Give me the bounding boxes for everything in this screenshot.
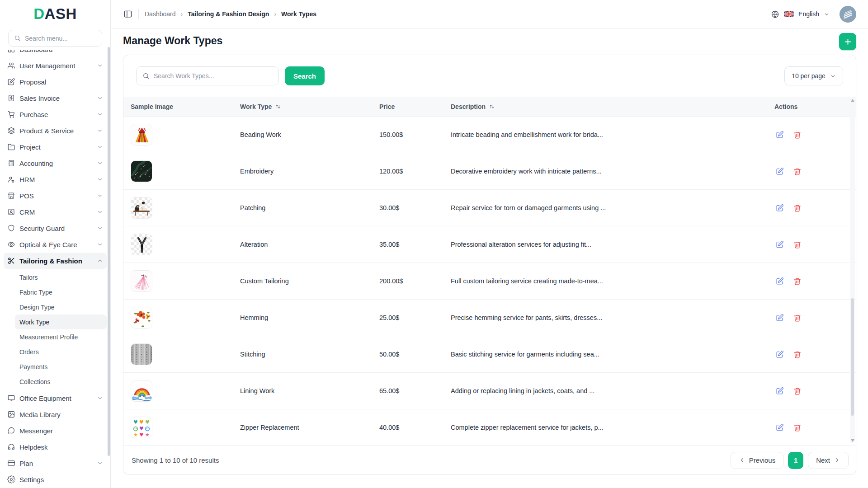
sidebar-item-label: Product & Service [19, 127, 93, 135]
sidebar-item-sales-invoice[interactable]: Sales Invoice [4, 90, 107, 106]
description-cell: Precise hemming service for pants, skirt… [451, 314, 761, 321]
header-work-type[interactable]: Work Type [240, 103, 379, 110]
next-button[interactable]: Next [808, 452, 849, 469]
search-button[interactable]: Search [285, 66, 325, 85]
edit-button[interactable] [774, 130, 785, 140]
sidebar-item-pos[interactable]: POS [4, 188, 107, 204]
description-cell: Basic stitching service for garments inc… [451, 351, 761, 358]
sidebar-item-accounting[interactable]: Accounting [4, 155, 107, 171]
delete-button[interactable] [792, 166, 802, 177]
work-type-cell: Custom Tailoring [240, 277, 379, 285]
main-area: Dashboard › Tailoring & Fashion Design ›… [111, 0, 868, 488]
submenu-item-tailors[interactable]: Tailors [15, 270, 107, 285]
table-scrollbar[interactable] [850, 98, 855, 443]
edit-button[interactable] [774, 422, 785, 433]
header-sample-image: Sample Image [131, 103, 240, 110]
work-type-search[interactable] [136, 66, 279, 85]
submenu-item-collections[interactable]: Collections [15, 374, 107, 389]
submenu-item-fabric-type[interactable]: Fabric Type [15, 285, 107, 300]
gear-icon [7, 475, 15, 483]
chevron-left-icon [739, 457, 745, 464]
work-type-cell: Alteration [240, 241, 379, 248]
globe-icon[interactable] [771, 10, 779, 19]
sidebar-item-label: POS [19, 192, 93, 200]
per-page-select[interactable]: 10 per page [784, 66, 843, 85]
edit-button[interactable] [774, 203, 785, 213]
sidebar-search[interactable] [8, 30, 102, 47]
delete-button[interactable] [792, 349, 802, 360]
delete-button[interactable] [792, 239, 802, 250]
edit-button[interactable] [774, 166, 785, 177]
sidebar-item-settings[interactable]: Settings [4, 471, 107, 486]
sidebar-item-user-management[interactable]: User Management [4, 57, 107, 74]
description-cell: Intricate beading and embellishment work… [451, 131, 761, 138]
description-cell: Complete zipper replacement service for … [451, 424, 761, 431]
sidebar-item-office-equipment[interactable]: Office Equipment [4, 390, 107, 406]
submenu-item-work-type[interactable]: Work Type [15, 314, 107, 329]
sidebar-item-label: Office Equipment [19, 394, 93, 402]
image-icon [7, 410, 15, 418]
eye-icon [7, 240, 15, 249]
uk-flag-icon[interactable] [784, 11, 794, 17]
sidebar-item-security-guard[interactable]: Security Guard [4, 220, 107, 236]
delete-button[interactable] [792, 313, 802, 323]
edit-button[interactable] [774, 313, 785, 323]
sidebar-item-proposal[interactable]: Proposal [4, 74, 107, 90]
results-summary: Showing 1 to 10 of 10 results [132, 456, 219, 464]
submenu-item-measurement-profile[interactable]: Measurement Profile [15, 329, 107, 344]
price-cell: 25.00$ [379, 314, 451, 321]
sidebar-item-crm[interactable]: CRM [4, 204, 107, 220]
chevron-down-icon[interactable] [824, 11, 830, 17]
breadcrumb-tailoring[interactable]: Tailoring & Fashion Design [188, 10, 269, 18]
edit-button[interactable] [774, 276, 785, 286]
work-type-cell: Lining Work [240, 387, 379, 394]
previous-button[interactable]: Previous [731, 452, 783, 469]
sidebar-item-helpdesk[interactable]: Helpdesk [4, 439, 107, 455]
edit-button[interactable] [774, 386, 785, 396]
sidebar-item-tailoring-fashion[interactable]: Tailoring & Fashion [4, 253, 107, 269]
brand-logo-rest: ASH [45, 5, 77, 23]
language-label[interactable]: English [798, 10, 819, 18]
sidebar-item-optical-eye-care[interactable]: Optical & Eye Care [4, 236, 107, 253]
delete-button[interactable] [792, 203, 802, 213]
add-work-type-button[interactable] [839, 33, 856, 50]
sidebar-item-project[interactable]: Project [4, 139, 107, 155]
description-cell: Decorative embroidery work with intricat… [451, 168, 761, 175]
scrollbar-thumb[interactable] [851, 298, 854, 416]
breadcrumb-dashboard[interactable]: Dashboard [145, 10, 176, 18]
sidebar-item-purchase[interactable]: Purchase [4, 106, 107, 122]
sidebar-menu: Dashboard User Management Proposal Sales… [0, 50, 110, 486]
header-description[interactable]: Description [451, 103, 761, 110]
delete-button[interactable] [792, 276, 802, 286]
submenu-item-orders[interactable]: Orders [15, 344, 107, 359]
avatar[interactable] [840, 6, 856, 23]
submenu-item-design-type[interactable]: Design Type [15, 300, 107, 314]
edit-button[interactable] [774, 239, 785, 250]
sidebar-scrollbar[interactable] [108, 47, 110, 456]
breadcrumb-separator: › [274, 10, 276, 18]
sidebar-item-messenger[interactable]: Messenger [4, 422, 107, 439]
sidebar-toggle-icon[interactable] [123, 9, 132, 19]
sidebar-item-plan[interactable]: Plan [4, 455, 107, 471]
scroll-up-arrow[interactable] [851, 99, 854, 102]
sidebar-item-product-service[interactable]: Product & Service [4, 122, 107, 139]
sidebar-search-input[interactable] [25, 35, 93, 42]
submenu-item-payments[interactable]: Payments [15, 359, 107, 374]
svg-text:♥: ♥ [139, 419, 144, 425]
sidebar-item-hrm[interactable]: HRM [4, 171, 107, 188]
chevron-down-icon [97, 144, 103, 150]
edit-button[interactable] [774, 349, 785, 360]
headset-icon [7, 443, 15, 451]
chevron-down-icon [97, 176, 103, 183]
work-type-search-input[interactable] [154, 72, 267, 80]
delete-button[interactable] [792, 130, 802, 140]
sidebar-item-label: CRM [19, 208, 93, 216]
svg-text:♥: ♥ [139, 426, 144, 432]
sidebar-item-dashboard[interactable]: Dashboard [4, 50, 107, 57]
page-number-current[interactable]: 1 [788, 452, 803, 469]
table-row: Lining Work 65.00$ Adding or replacing l… [123, 373, 856, 409]
delete-button[interactable] [792, 386, 802, 396]
delete-button[interactable] [792, 422, 802, 433]
scroll-down-arrow[interactable] [851, 439, 854, 442]
sidebar-item-media-library[interactable]: Media Library [4, 406, 107, 422]
